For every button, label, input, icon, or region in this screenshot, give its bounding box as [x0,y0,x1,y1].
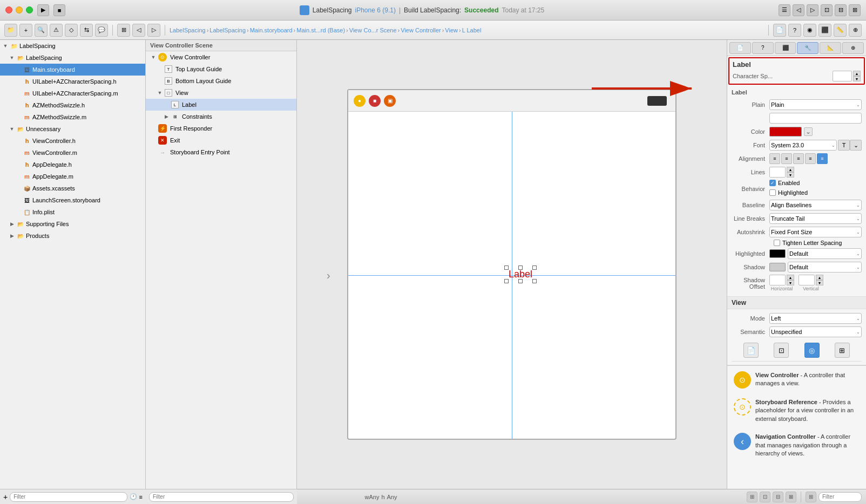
text-type-select[interactable]: Plain ⌄ [769,99,862,110]
bookmark-button[interactable]: ◇ [65,24,78,37]
scene-item-entry-point[interactable]: → Storyboard Entry Point [146,146,296,158]
sidebar-item-uilabel-h[interactable]: h UILabel+AZCharacterSpacing.h [0,76,145,87]
shadow-h-input[interactable]: 0 [769,275,786,285]
inspector-help[interactable]: ? [788,24,801,37]
layout-btn-2[interactable]: ⊡ [760,492,770,502]
enabled-checkbox[interactable]: ✓ [769,180,776,186]
align-justify-button[interactable]: ≡ [805,153,816,164]
sidebar-item-launchscreen[interactable]: 🖼 LaunchScreen.storyboard [0,194,145,206]
lines-stepper[interactable]: 1 ▲ ▼ [769,167,794,178]
sidebar-item-supporting-files[interactable]: 📂 Supporting Files [0,218,145,230]
stepper-up[interactable]: ▲ [853,71,861,76]
lines-stepper-down[interactable]: ▼ [787,172,794,178]
selection-handle-bc[interactable] [518,279,523,283]
shadow-select[interactable]: Default ⌄ [788,262,862,273]
diff-button[interactable]: ⇆ [80,24,93,37]
device-selector[interactable]: iPhone 6 (9.1) [355,6,396,14]
highlighted-color-select[interactable]: Default ⌄ [788,248,862,259]
selection-handle-bl[interactable] [504,279,509,283]
shadow-h-up[interactable]: ▲ [787,275,794,280]
breadcrumb-scene[interactable]: View Co...r Scene [349,27,397,33]
lines-input[interactable]: 1 [769,167,786,178]
char-spacing-input[interactable]: 20 [833,71,852,81]
view-icon-btn-4[interactable]: ⊞ [835,343,850,358]
font-edit-button[interactable]: T [838,140,850,151]
sidebar-item-azmethod-h[interactable]: h AZMethodSwizzle.h [0,99,145,111]
nav-forward-button[interactable]: ▷ [807,4,818,16]
sidebar-item-viewcontroller-m[interactable]: m ViewController.m [0,147,145,159]
font-options-button[interactable]: ⌄ [850,140,862,151]
color-well[interactable] [769,127,802,137]
font-select[interactable]: System 23.0 ⌄ [769,140,837,151]
align-right-button[interactable]: ≡ [793,153,804,164]
sidebar-item-uilabel-m[interactable]: m UILabel+AZCharacterSpacing.m [0,87,145,99]
warning-button[interactable]: ⚠ [50,24,63,37]
scene-item-first-responder[interactable]: ⚡ First Responder [146,122,296,134]
shadow-v-stepper[interactable]: -1 ▲ ▼ [799,275,823,285]
scene-item-constraints[interactable]: ⊞ Constraints [146,111,296,122]
char-spacing-stepper[interactable]: 20 ▲ ▼ [833,71,861,81]
layout-button-2[interactable]: ⊟ [835,4,847,16]
autoshrink-select[interactable]: Fixed Font Size ⌄ [769,227,862,237]
inspector-quick[interactable]: ◉ [803,24,816,37]
inspector-size-tab[interactable]: 📐 [820,42,841,54]
layout-btn-4[interactable]: ⊠ [786,492,796,502]
folder-toggle[interactable]: 📁 [4,24,17,37]
breadcrumb-labelspacing-2[interactable]: LabelSpacing [209,27,246,33]
align-left-button[interactable]: ≡ [769,153,780,164]
tighten-checkbox[interactable] [774,240,780,246]
sidebar-item-infoplist[interactable]: 📋 Info.plist [0,206,145,218]
view-icon-btn-1[interactable]: 📄 [743,343,759,358]
library-grid-btn[interactable]: ⊞ [806,492,816,502]
selection-handle-tc[interactable] [518,265,523,270]
breadcrumb-label[interactable]: L Label [462,27,482,33]
inspector-file[interactable]: 📄 [773,24,786,37]
view-icon-btn-2[interactable]: ⊡ [774,343,789,358]
library-filter-input[interactable] [818,492,862,502]
sidebar-item-products[interactable]: 📂 Products [0,230,145,242]
sidebar-item-assets[interactable]: 📦 Assets.xcassets [0,182,145,194]
stop-button[interactable]: ■ [53,4,65,16]
inspector-conn[interactable]: ⊕ [849,24,862,37]
shadow-v-up[interactable]: ▲ [816,275,823,280]
sidebar-item-unnecessary[interactable]: 📂 Unnecessary [0,123,145,135]
sidebar-item-mainstoryboard[interactable]: 🖼 Main.storyboard [0,64,145,76]
selection-handle-br[interactable] [532,279,537,283]
sidebar-item-viewcontroller-h[interactable]: h ViewController.h [0,135,145,147]
shadow-v-down[interactable]: ▼ [816,280,823,285]
close-button[interactable] [5,6,12,13]
comment-button[interactable]: 💬 [95,24,108,37]
nav-back-button[interactable]: ◁ [793,4,804,16]
canvas-area[interactable]: ● ■ ▣ › [297,40,727,489]
grid-button[interactable]: ⊞ [117,24,130,37]
sidebar-item-labelspacing-sub[interactable]: 📂 LabelSpacing [0,52,145,64]
scheme-button[interactable]: ☰ [779,4,790,16]
breadcrumb-view[interactable]: View [445,27,458,33]
text-value-input[interactable]: Label [769,113,862,124]
maximize-button[interactable] [26,6,33,13]
scene-item-top-layout[interactable]: T Top Layout Guide [146,63,296,75]
align-natural-button[interactable]: ≡ [817,153,828,164]
scene-item-exit[interactable]: ✕ Exit [146,134,296,146]
shadow-color-well[interactable] [769,263,786,271]
layout-button-3[interactable]: ⊞ [849,4,861,16]
scene-item-label[interactable]: L Label [146,99,296,111]
highlighted-color-well[interactable] [769,249,786,258]
sidebar-item-azmethod-m[interactable]: m AZMethodSwizzle.m [0,111,145,123]
breadcrumb-labelspacing-1[interactable]: LabelSpacing [170,27,206,33]
align-center-button[interactable]: ≡ [781,153,792,164]
search-button[interactable]: 🔍 [35,24,48,37]
inspector-attrs-tab[interactable]: 🔧 [797,42,818,54]
add-button[interactable]: + [19,24,32,37]
breadcrumb-viewcontroller[interactable]: View Controller [401,27,441,33]
scene-item-view[interactable]: □ View [146,87,296,99]
line-breaks-select[interactable]: Truncate Tail ⌄ [769,213,862,224]
fwd-nav[interactable]: ▷ [147,24,160,37]
shadow-v-input[interactable]: -1 [799,275,815,285]
inspector-attrs[interactable]: ⬛ [818,24,831,37]
baseline-select[interactable]: Align Baselines ⌄ [769,200,862,210]
scene-item-bottom-layout[interactable]: B Bottom Layout Guide [146,75,296,87]
breadcrumb-mainbase[interactable]: Main.st...rd (Base) [296,27,345,33]
view-icon-btn-3[interactable]: ◎ [804,343,820,358]
inspector-identity-tab[interactable]: ⬛ [775,42,796,54]
